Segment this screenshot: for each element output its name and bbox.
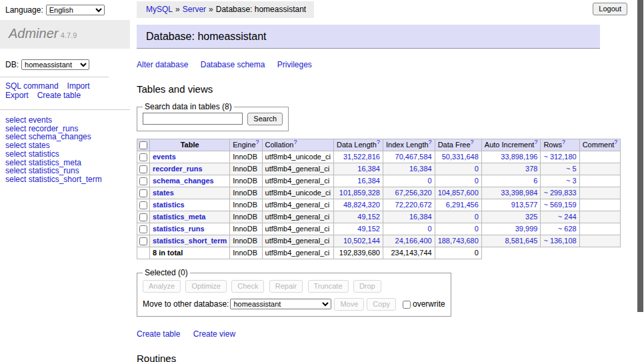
auto-increment-link[interactable]: 33,898,196 bbox=[501, 153, 537, 161]
move-button[interactable]: Move bbox=[334, 298, 364, 311]
create-view-link[interactable]: Create view bbox=[193, 329, 235, 339]
table-name-link[interactable]: states bbox=[153, 189, 174, 197]
data-free-link[interactable]: 104,857,600 bbox=[438, 189, 479, 197]
row-checkbox[interactable] bbox=[139, 189, 147, 197]
index-length-link[interactable]: 67,256,320 bbox=[395, 189, 432, 197]
data-free-link[interactable]: 0 bbox=[475, 165, 479, 173]
auto-increment-link[interactable]: 6 bbox=[533, 177, 537, 185]
import-link[interactable]: Import bbox=[67, 82, 90, 91]
data-length-link[interactable]: 101,859,328 bbox=[339, 189, 380, 197]
row-checkbox[interactable] bbox=[139, 237, 147, 245]
help-icon[interactable]: ? bbox=[534, 139, 537, 145]
rows-link[interactable]: ~ 312,180 bbox=[543, 153, 576, 161]
rows-link[interactable]: ~ 244 bbox=[558, 213, 577, 221]
overwrite-checkbox[interactable] bbox=[403, 301, 411, 309]
index-length-link[interactable]: 0 bbox=[428, 177, 432, 185]
help-icon[interactable]: ? bbox=[256, 139, 259, 145]
data-length-link[interactable]: 49,152 bbox=[357, 225, 380, 233]
help-icon[interactable]: ? bbox=[377, 139, 380, 145]
data-free-link[interactable]: 188,743,680 bbox=[438, 237, 479, 245]
table-name-link[interactable]: schema_changes bbox=[153, 177, 214, 185]
database-schema-link[interactable]: Database schema bbox=[201, 60, 265, 69]
breadcrumb-mysql-link[interactable]: MySQL bbox=[146, 5, 173, 14]
index-length-link[interactable]: 16,384 bbox=[409, 165, 432, 173]
row-checkbox[interactable] bbox=[139, 201, 147, 209]
repair-button[interactable]: Repair bbox=[269, 280, 303, 293]
rows-link[interactable]: ~ 136,108 bbox=[543, 237, 576, 245]
row-checkbox[interactable] bbox=[139, 177, 147, 185]
adminer-logo-text[interactable]: Adminer bbox=[9, 26, 58, 41]
sidebar-table-link[interactable]: select events bbox=[5, 116, 130, 125]
breadcrumb-separator: » bbox=[175, 5, 180, 14]
rows-link[interactable]: ~ 3 bbox=[566, 177, 577, 185]
data-free-link[interactable]: 0 bbox=[475, 177, 479, 185]
create-table-sidebar-link[interactable]: Create table bbox=[37, 91, 81, 100]
data-length-link[interactable]: 16,384 bbox=[357, 165, 380, 173]
sidebar-table-link[interactable]: select statistics bbox=[5, 150, 130, 159]
search-input[interactable] bbox=[143, 113, 243, 125]
drop-button[interactable]: Drop bbox=[353, 280, 381, 293]
data-length-link[interactable]: 16,384 bbox=[357, 177, 380, 185]
breadcrumb-server-link[interactable]: Server bbox=[183, 5, 206, 14]
rows-link[interactable]: ~ 299,833 bbox=[543, 189, 576, 197]
table-name-link[interactable]: recorder_runs bbox=[153, 165, 203, 173]
truncate-button[interactable]: Truncate bbox=[308, 280, 349, 293]
table-name-link[interactable]: statistics_runs bbox=[153, 225, 205, 233]
index-length-link[interactable]: 70,467,584 bbox=[395, 153, 432, 161]
rows-link[interactable]: ~ 5 bbox=[566, 165, 577, 173]
index-length-link[interactable]: 24,166,400 bbox=[395, 237, 432, 245]
language-select[interactable]: English bbox=[46, 5, 105, 15]
data-free-link[interactable]: 50,331,648 bbox=[442, 153, 479, 161]
auto-increment-link[interactable]: 39,999 bbox=[515, 225, 538, 233]
select-all-checkbox[interactable] bbox=[139, 141, 147, 149]
data-free-link[interactable]: 6,291,456 bbox=[446, 201, 479, 209]
optimize-button[interactable]: Optimize bbox=[185, 280, 226, 293]
index-length-cell: 72,220,672 bbox=[383, 199, 435, 211]
sidebar-table-link[interactable]: select states bbox=[5, 141, 130, 150]
table-name-link[interactable]: statistics_short_term bbox=[153, 237, 227, 245]
row-checkbox[interactable] bbox=[139, 165, 147, 173]
index-length-link[interactable]: 72,220,672 bbox=[395, 201, 432, 209]
export-link[interactable]: Export bbox=[5, 91, 29, 100]
row-checkbox[interactable] bbox=[139, 213, 147, 221]
sql-command-link[interactable]: SQL command bbox=[5, 82, 59, 91]
sidebar-table-link[interactable]: select statistics_short_term bbox=[5, 175, 130, 184]
selected-legend: Selected (0) bbox=[143, 268, 190, 277]
help-icon[interactable]: ? bbox=[562, 139, 565, 145]
row-checkbox[interactable] bbox=[139, 225, 147, 233]
auto-increment-link[interactable]: 913,577 bbox=[511, 201, 538, 209]
check-button[interactable]: Check bbox=[231, 280, 264, 293]
auto-increment-link[interactable]: 378 bbox=[525, 165, 537, 173]
data-free-link[interactable]: 0 bbox=[475, 225, 479, 233]
table-name-link[interactable]: events bbox=[153, 153, 176, 161]
table-name-link[interactable]: statistics bbox=[153, 201, 185, 209]
db-select[interactable]: homeassistant bbox=[21, 59, 89, 70]
index-length-link[interactable]: 0 bbox=[428, 225, 432, 233]
logout-button[interactable]: Logout bbox=[593, 3, 627, 15]
copy-button[interactable]: Copy bbox=[367, 298, 396, 311]
auto-increment-link[interactable]: 8,581,645 bbox=[505, 237, 537, 245]
rows-link[interactable]: ~ 569,159 bbox=[543, 201, 576, 209]
table-name-link[interactable]: statistics_meta bbox=[153, 213, 206, 221]
auto-increment-link[interactable]: 33,398,984 bbox=[501, 189, 537, 197]
help-icon[interactable]: ? bbox=[614, 139, 617, 145]
search-button[interactable]: Search bbox=[247, 113, 283, 125]
row-checkbox[interactable] bbox=[139, 153, 147, 161]
help-icon[interactable]: ? bbox=[293, 139, 297, 145]
vertical-scrollbar-thumb[interactable] bbox=[637, 0, 643, 312]
index-length-link[interactable]: 16,384 bbox=[409, 213, 432, 221]
help-icon[interactable]: ? bbox=[429, 139, 432, 145]
data-length-link[interactable]: 31,522,816 bbox=[343, 153, 380, 161]
data-length-link[interactable]: 49,152 bbox=[357, 213, 380, 221]
move-database-select[interactable]: homeassistant bbox=[230, 299, 331, 309]
rows-link[interactable]: ~ 628 bbox=[558, 225, 577, 233]
data-length-link[interactable]: 10,502,144 bbox=[343, 237, 380, 245]
data-free-link[interactable]: 0 bbox=[475, 213, 479, 221]
analyze-button[interactable]: Analyze bbox=[143, 280, 181, 293]
data-length-link[interactable]: 48,824,320 bbox=[343, 201, 380, 209]
privileges-link[interactable]: Privileges bbox=[277, 60, 312, 69]
auto-increment-link[interactable]: 325 bbox=[525, 213, 537, 221]
help-icon[interactable]: ? bbox=[471, 139, 474, 145]
create-table-link[interactable]: Create table bbox=[137, 329, 180, 339]
alter-database-link[interactable]: Alter database bbox=[137, 60, 188, 69]
